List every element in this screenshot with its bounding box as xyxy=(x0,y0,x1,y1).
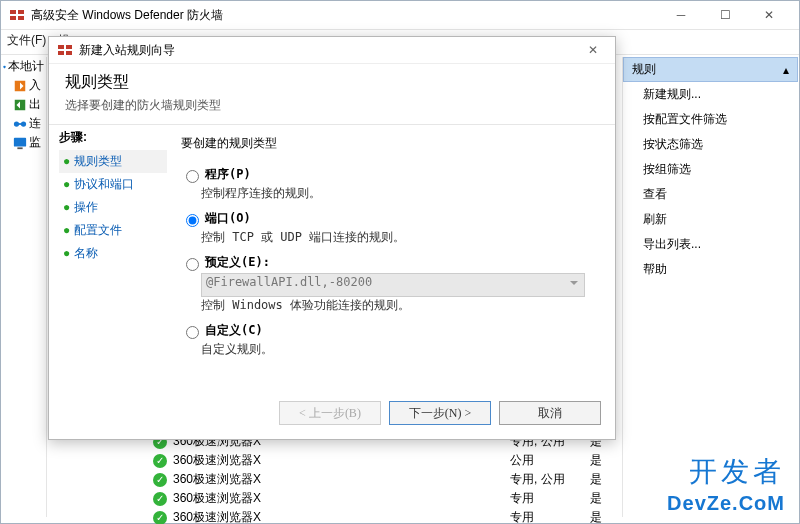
radio-program-row[interactable]: 程序(P) xyxy=(181,166,601,183)
collapse-icon[interactable]: ▴ xyxy=(783,63,789,77)
step-label: 规则类型 xyxy=(74,154,122,168)
radio-custom-desc: 自定义规则。 xyxy=(201,341,601,358)
actions-header-label: 规则 xyxy=(632,61,656,78)
wizard-dialog: 新建入站规则向导 ✕ 规则类型 选择要创建的防火墙规则类型 步骤: ●规则类型 … xyxy=(48,36,616,440)
step-action[interactable]: ●操作 xyxy=(59,196,167,219)
wizard-buttons: < 上一步(B) 下一步(N) > 取消 xyxy=(279,401,601,425)
tree-inbound[interactable]: 入 xyxy=(1,76,46,95)
row-profile: 专用 xyxy=(510,490,590,507)
menu-file[interactable]: 文件(F) xyxy=(7,33,46,47)
step-protocol-port[interactable]: ●协议和端口 xyxy=(59,173,167,196)
radio-port[interactable] xyxy=(186,214,199,227)
options-panel: 要创建的规则类型 程序(P) 控制程序连接的规则。 端口(O) 控制 TCP 或… xyxy=(167,125,615,427)
step-label: 名称 xyxy=(74,246,98,260)
tree-outbound[interactable]: 出 xyxy=(1,95,46,114)
preset-select: @FirewallAPI.dll,-80200 xyxy=(201,273,585,297)
tree-label: 入 xyxy=(29,77,41,94)
radio-custom-label: 自定义(C) xyxy=(205,322,263,339)
firewall-icon xyxy=(9,7,25,23)
radio-port-row[interactable]: 端口(O) xyxy=(181,210,601,227)
firewall-icon xyxy=(57,42,73,58)
step-label: 配置文件 xyxy=(74,223,122,237)
back-button: < 上一步(B) xyxy=(279,401,381,425)
row-enabled: 是 xyxy=(590,490,620,507)
action-filter-profile[interactable]: 按配置文件筛选 xyxy=(623,107,798,132)
row-name: 360极速浏览器X xyxy=(173,471,510,488)
actions-panel: 规则 ▴ 新建规则... 按配置文件筛选 按状态筛选 按组筛选 查看 刷新 导出… xyxy=(622,57,798,517)
svg-point-0 xyxy=(14,121,19,126)
check-icon: ✓ xyxy=(153,511,167,525)
list-item[interactable]: ✓360极速浏览器X专用是 xyxy=(149,508,624,524)
tree-panel: 本地计 入 出 连 监 xyxy=(1,57,47,517)
radio-custom[interactable] xyxy=(186,326,199,339)
check-icon: ✓ xyxy=(153,492,167,506)
tree-label: 出 xyxy=(29,96,41,113)
tree-monitor[interactable]: 监 xyxy=(1,133,46,152)
row-name: 360极速浏览器X xyxy=(173,452,510,469)
actions-header: 规则 ▴ xyxy=(623,57,798,82)
radio-port-label: 端口(O) xyxy=(205,210,251,227)
wizard-header: 规则类型 选择要创建的防火墙规则类型 xyxy=(49,64,615,125)
action-new-rule[interactable]: 新建规则... xyxy=(623,82,798,107)
steps-panel: 步骤: ●规则类型 ●协议和端口 ●操作 ●配置文件 ●名称 xyxy=(49,125,167,427)
step-label: 协议和端口 xyxy=(74,177,134,191)
watermark-en: DevZe.CoM xyxy=(667,492,785,515)
row-profile: 专用, 公用 xyxy=(510,471,590,488)
radio-custom-row[interactable]: 自定义(C) xyxy=(181,322,601,339)
radio-program[interactable] xyxy=(186,170,199,183)
wizard-title-bar: 新建入站规则向导 ✕ xyxy=(49,37,615,64)
action-view[interactable]: 查看 xyxy=(623,182,798,207)
wizard-close-button[interactable]: ✕ xyxy=(579,43,607,57)
action-export[interactable]: 导出列表... xyxy=(623,232,798,257)
tree-label: 连 xyxy=(29,115,41,132)
row-enabled: 是 xyxy=(590,471,620,488)
row-enabled: 是 xyxy=(590,509,620,524)
svg-point-1 xyxy=(21,121,26,126)
radio-program-desc: 控制程序连接的规则。 xyxy=(201,185,601,202)
shield-icon xyxy=(3,60,6,74)
action-refresh[interactable]: 刷新 xyxy=(623,207,798,232)
svg-rect-2 xyxy=(14,137,26,146)
radio-preset-row[interactable]: 预定义(E): xyxy=(181,254,601,271)
tree-label: 监 xyxy=(29,134,41,151)
step-rule-type[interactable]: ●规则类型 xyxy=(59,150,167,173)
action-help[interactable]: 帮助 xyxy=(623,257,798,282)
list-item[interactable]: ✓360极速浏览器X专用, 公用是 xyxy=(149,470,624,489)
tree-connection[interactable]: 连 xyxy=(1,114,46,133)
next-button[interactable]: 下一步(N) > xyxy=(389,401,491,425)
minimize-button[interactable]: ─ xyxy=(659,1,703,29)
list-item[interactable]: ✓360极速浏览器X专用是 xyxy=(149,489,624,508)
wizard-title-text: 新建入站规则向导 xyxy=(79,42,175,59)
title-text: 高级安全 Windows Defender 防火墙 xyxy=(31,7,223,24)
action-filter-state[interactable]: 按状态筛选 xyxy=(623,132,798,157)
inbound-icon xyxy=(13,79,27,93)
step-profile[interactable]: ●配置文件 xyxy=(59,219,167,242)
step-label: 操作 xyxy=(74,200,98,214)
options-prompt: 要创建的规则类型 xyxy=(181,135,601,152)
cancel-button[interactable]: 取消 xyxy=(499,401,601,425)
row-profile: 专用 xyxy=(510,509,590,524)
tree-root[interactable]: 本地计 xyxy=(1,57,46,76)
wizard-subheading: 选择要创建的防火墙规则类型 xyxy=(65,97,599,114)
svg-rect-3 xyxy=(17,147,22,149)
close-button[interactable]: ✕ xyxy=(747,1,791,29)
wizard-heading: 规则类型 xyxy=(65,72,599,93)
check-icon: ✓ xyxy=(153,473,167,487)
list-item[interactable]: ✓360极速浏览器X公用是 xyxy=(149,451,624,470)
monitor-icon xyxy=(13,136,27,150)
row-name: 360极速浏览器X xyxy=(173,509,510,524)
radio-port-desc: 控制 TCP 或 UDP 端口连接的规则。 xyxy=(201,229,601,246)
row-profile: 公用 xyxy=(510,452,590,469)
watermark-cn: 开发者 xyxy=(689,453,785,491)
radio-preset[interactable] xyxy=(186,258,199,271)
maximize-button[interactable]: ☐ xyxy=(703,1,747,29)
radio-preset-label: 预定义(E): xyxy=(205,254,270,271)
radio-program-label: 程序(P) xyxy=(205,166,251,183)
steps-header: 步骤: xyxy=(59,129,167,146)
check-icon: ✓ xyxy=(153,454,167,468)
row-name: 360极速浏览器X xyxy=(173,490,510,507)
tree-root-label: 本地计 xyxy=(8,58,44,75)
action-filter-group[interactable]: 按组筛选 xyxy=(623,157,798,182)
radio-preset-desc: 控制 Windows 体验功能连接的规则。 xyxy=(201,297,601,314)
step-name[interactable]: ●名称 xyxy=(59,242,167,265)
